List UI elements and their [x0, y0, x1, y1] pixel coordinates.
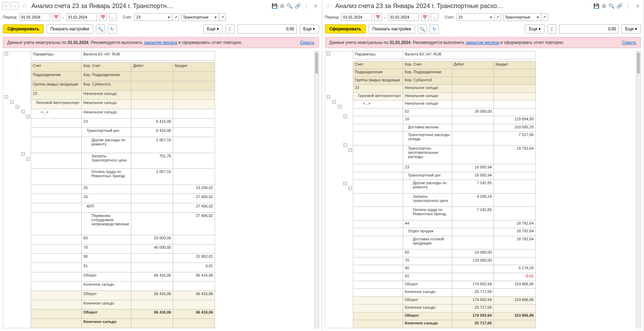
save-icon[interactable]: 💾: [593, 3, 599, 9]
hide-banner-link[interactable]: Скрыть: [622, 40, 636, 45]
params-label: Параметры:: [353, 51, 403, 59]
show-settings-button[interactable]: Показать настройки: [46, 24, 93, 33]
generate-button[interactable]: Сформировать: [325, 24, 366, 33]
preview-icon[interactable]: 🔍: [287, 3, 293, 9]
account-open-button[interactable]: ↗: [494, 13, 501, 21]
date-to-input[interactable]: [388, 13, 419, 21]
account-input[interactable]: [457, 13, 488, 21]
tree-toggle[interactable]: −: [343, 115, 347, 118]
org-dropdown-button[interactable]: ▾: [213, 13, 219, 21]
more-button-1[interactable]: Еще ▾: [203, 24, 223, 33]
tree-toggle[interactable]: −: [26, 115, 30, 118]
hide-banner-link[interactable]: Скрыть: [300, 40, 314, 45]
tree-toggle[interactable]: −: [327, 95, 330, 99]
sum-field[interactable]: [237, 24, 297, 33]
sigma-button[interactable]: Σ: [547, 24, 556, 33]
filter-bar: Период: 📅 – 📅 ... Счет: ▾ ↗ ▾ ↗: [0, 12, 322, 22]
calendar-from-button[interactable]: 📅: [52, 13, 60, 21]
action-toolbar: Сформировать Показать настройки 🔍 ↻ Еще …: [322, 22, 644, 36]
window-title: Анализ счета 23 за Январь 2024 г. Трансп…: [335, 2, 592, 10]
show-settings-button[interactable]: Показать настройки: [369, 24, 415, 33]
org-input[interactable]: [503, 13, 535, 21]
close-button[interactable]: ×: [634, 2, 642, 10]
tree-toggle[interactable]: −: [348, 187, 352, 190]
generate-button[interactable]: Сформировать: [3, 24, 44, 33]
titlebar: ← → ☆ Анализ счета 23 за Январь 2024 г. …: [0, 0, 322, 12]
close-button[interactable]: ×: [312, 2, 320, 10]
account-input[interactable]: [134, 13, 166, 21]
tree-toggle[interactable]: −: [343, 182, 347, 185]
org-open-button[interactable]: ↗: [219, 13, 226, 21]
params-value: Валюта БУ, НУ: RUB: [403, 51, 535, 59]
period-label: Период:: [3, 15, 17, 19]
period-picker-button[interactable]: ...: [431, 13, 438, 21]
sum-field[interactable]: [559, 24, 619, 33]
close-month-link[interactable]: закрытие месяца: [466, 40, 499, 45]
print-icon[interactable]: 🖶: [280, 3, 284, 9]
calendar-to-button[interactable]: 📅: [99, 13, 107, 21]
link-icon[interactable]: 🔗: [616, 3, 622, 9]
refresh-button[interactable]: ↻: [108, 24, 117, 33]
vertical-scrollbar[interactable]: [314, 51, 319, 328]
more-menu-icon[interactable]: ⋮: [303, 3, 310, 9]
dash-separator: –: [384, 15, 386, 19]
close-month-link[interactable]: закрытие месяца: [144, 40, 177, 45]
warning-banner: Данные учета неактуальны по 31.01.2024. …: [3, 37, 319, 48]
find-button[interactable]: 🔍: [418, 24, 427, 33]
tree-toggle[interactable]: −: [10, 100, 14, 104]
report-table: Параметры:Валюта БУ, НУ: RUB СчетКор. Сч…: [31, 51, 215, 328]
calendar-to-button[interactable]: 📅: [421, 13, 429, 21]
account-dropdown-button[interactable]: ▾: [166, 13, 172, 21]
vertical-scrollbar[interactable]: [636, 51, 641, 328]
tree-toggle[interactable]: −: [332, 100, 336, 104]
tree-toggle[interactable]: −: [343, 143, 347, 147]
favorite-star-icon[interactable]: ☆: [22, 2, 27, 10]
date-to-input[interactable]: [66, 13, 97, 21]
nav-back-button[interactable]: ←: [2, 2, 10, 10]
more-button-1[interactable]: Еще ▾: [525, 24, 545, 33]
tree-toggle[interactable]: −: [327, 52, 330, 55]
org-dropdown-button[interactable]: ▾: [535, 13, 541, 21]
calendar-from-button[interactable]: 📅: [374, 13, 382, 21]
tree-toggle[interactable]: −: [5, 95, 8, 99]
report-area: − − − − − − − − − Параметры:Валюта БУ, Н…: [322, 50, 644, 331]
tree-toggle[interactable]: −: [21, 110, 25, 113]
preview-icon[interactable]: 🔍: [608, 3, 614, 9]
print-icon[interactable]: 🖶: [601, 3, 606, 9]
tree-toggle[interactable]: −: [16, 105, 19, 108]
refresh-button[interactable]: ↻: [430, 24, 439, 33]
more-menu-icon[interactable]: ⋮: [624, 3, 632, 9]
account-label: Счет:: [445, 15, 454, 19]
nav-forward-button[interactable]: →: [11, 2, 19, 10]
org-input[interactable]: [181, 13, 213, 21]
sigma-button[interactable]: Σ: [225, 24, 235, 33]
account-dropdown-button[interactable]: ▾: [488, 13, 494, 21]
pane-right: ☆ Анализ счета 23 за Январь 2024 г. Тран…: [322, 0, 644, 331]
period-picker-button[interactable]: ...: [109, 13, 117, 21]
tree-toggle[interactable]: −: [338, 105, 341, 108]
pane-left: ← → ☆ Анализ счета 23 за Январь 2024 г. …: [0, 0, 322, 331]
titlebar: ☆ Анализ счета 23 за Январь 2024 г. Тран…: [322, 0, 644, 12]
action-toolbar: Сформировать Показать настройки 🔍 ↻ Еще …: [0, 22, 322, 36]
date-from-input[interactable]: [20, 13, 50, 21]
account-open-button[interactable]: ↗: [172, 13, 179, 21]
favorite-star-icon[interactable]: ☆: [326, 2, 331, 10]
tree-toggle[interactable]: −: [348, 148, 352, 152]
tree-toggle[interactable]: −: [26, 157, 30, 161]
report-table: Параметры:Валюта БУ, НУ: RUB СчетКор. Сч…: [353, 51, 536, 328]
report-area: − − − − − − − − Параметры:Валюта БУ, НУ:…: [0, 50, 322, 331]
params-label: Параметры:: [31, 51, 82, 61]
tree-gutter: − − − − − − − − −: [325, 51, 353, 328]
date-from-input[interactable]: [341, 13, 372, 21]
tree-toggle[interactable]: −: [21, 152, 25, 156]
save-icon[interactable]: 💾: [272, 3, 277, 9]
find-button[interactable]: 🔍: [96, 24, 105, 33]
link-icon[interactable]: 🔗: [295, 3, 301, 9]
dash-separator: –: [62, 15, 64, 19]
account-label: Счет:: [123, 15, 132, 19]
warning-banner: Данные учета неактуальны по 31.01.2024. …: [325, 37, 641, 48]
org-open-button[interactable]: ↗: [541, 13, 548, 21]
more-button-2[interactable]: Еще ▾: [299, 24, 319, 33]
tree-toggle[interactable]: −: [5, 52, 8, 55]
more-button-2[interactable]: Еще ▾: [621, 24, 641, 33]
